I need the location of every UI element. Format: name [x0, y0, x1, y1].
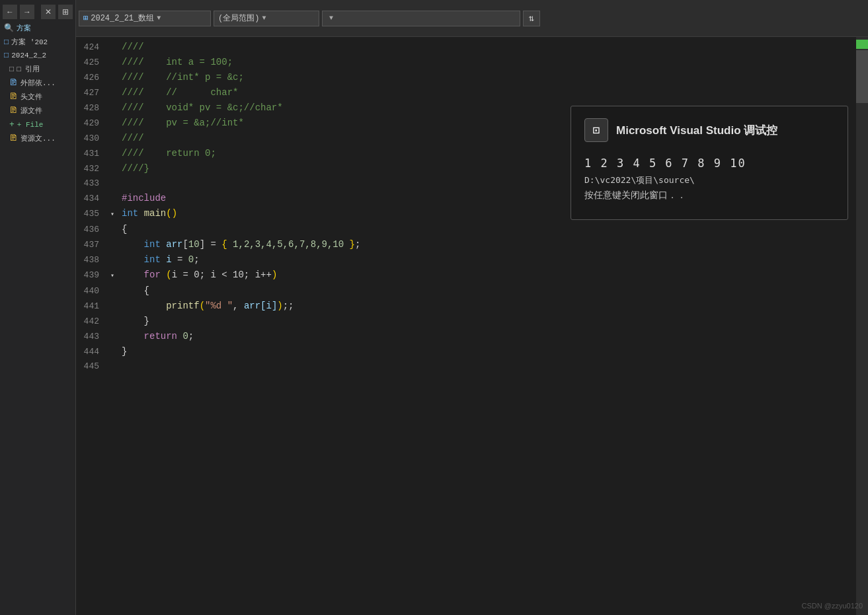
resources-icon: 🖹: [9, 133, 18, 143]
line-content: int i = 0;: [119, 252, 856, 267]
sidebar-item-project[interactable]: □ 2024_2_2: [0, 49, 75, 62]
close-panel-button[interactable]: ✕: [41, 5, 56, 19]
code-line-443: 443 return 0;: [76, 329, 856, 344]
console-popup-header: ⊡ Microsoft Visual Studio 调试控: [584, 118, 834, 142]
sidebar-item-add-file[interactable]: + + File: [0, 118, 75, 131]
line-number: 430: [76, 131, 106, 146]
sidebar-item-external-deps[interactable]: 🖹 外部依...: [0, 76, 75, 90]
code-line-425: 425//// int a = 100;: [76, 55, 856, 70]
code-line-438: 438 int i = 0;: [76, 252, 856, 268]
member-dropdown[interactable]: ▼: [322, 11, 520, 26]
console-output: 1 2 3 4 5 6 7 8 9 10 D:\vc2022\项目\source…: [584, 154, 834, 203]
headers-icon: 🖹: [9, 92, 18, 102]
code-line-437: 437 int arr[10] = { 1,2,3,4,5,6,7,8,9,10…: [76, 237, 856, 252]
line-number: 437: [76, 238, 106, 252]
references-icon: □: [9, 65, 14, 74]
scope-dropdown-arrow: ▼: [262, 15, 266, 22]
sidebar-top-bar: ← → ✕ ⊞: [0, 3, 75, 21]
add-file-icon: +: [9, 120, 15, 129]
line-content: return 0;: [119, 329, 856, 344]
project-dropdown-arrow: ▼: [157, 15, 161, 22]
scrollbar-thumb[interactable]: [856, 50, 868, 103]
sidebar: ← → ✕ ⊞ 🔍 方案 □ 方案 '202 □ 2024_2_2 □ □ 引用…: [0, 0, 76, 615]
line-content: printf("%d ", arr[i]);;: [119, 299, 856, 313]
line-content: {: [119, 283, 856, 298]
pin-button[interactable]: ⊞: [58, 5, 73, 19]
line-number: 427: [76, 86, 106, 100]
sidebar-search-label: 方案: [17, 23, 31, 33]
code-line-427: 427//// // char*: [76, 85, 856, 100]
line-number: 444: [76, 345, 106, 359]
sidebar-item-external-deps-label: 外部依...: [20, 78, 56, 88]
nav-up-down-button[interactable]: ⇅: [523, 11, 540, 26]
sidebar-item-references[interactable]: □ □ 引用: [0, 62, 75, 76]
line-number: 431: [76, 147, 106, 161]
project-icon: □: [4, 51, 9, 60]
scope-dropdown-label: (全局范围): [218, 13, 259, 24]
line-number: 433: [76, 176, 106, 191]
line-number: 425: [76, 55, 106, 70]
line-content: }: [119, 314, 856, 328]
line-number: 429: [76, 116, 106, 131]
collapse-arrow[interactable]: ▾: [110, 269, 114, 283]
line-number: 445: [76, 359, 106, 374]
line-number: 426: [76, 71, 106, 85]
nav-fwd-button[interactable]: →: [20, 5, 34, 19]
solution-icon: □: [4, 38, 9, 47]
line-number: 432: [76, 162, 106, 176]
console-icon: ⊡: [584, 118, 608, 142]
project-dropdown-icon: ⊞: [83, 13, 88, 23]
code-line-444: 444}: [76, 344, 856, 359]
line-content: int arr[10] = { 1,2,3,4,5,6,7,8,9,10 };: [119, 237, 856, 252]
line-content: //// //int* p = &c;: [119, 70, 856, 85]
code-line-445: 445: [76, 359, 856, 374]
console-title: Microsoft Visual Studio 调试控: [616, 123, 777, 138]
scope-dropdown[interactable]: (全局范围) ▼: [214, 11, 319, 26]
scrollbar-right[interactable]: [856, 37, 868, 615]
sidebar-item-sources[interactable]: 🖹 源文件: [0, 104, 75, 118]
code-line-424: 424////: [76, 40, 856, 55]
line-gutter: ▾: [106, 207, 119, 222]
code-line-440: 440 {: [76, 283, 856, 299]
line-number: 435: [76, 207, 106, 221]
sidebar-item-sources-label: 源文件: [20, 106, 42, 116]
console-numbers: 1 2 3 4 5 6 7 8 9 10: [584, 154, 834, 173]
search-icon: 🔍: [4, 23, 14, 33]
line-number: 441: [76, 299, 106, 314]
console-popup: ⊡ Microsoft Visual Studio 调试控 1 2 3 4 5 …: [571, 106, 848, 220]
project-dropdown-label: 2024_2_21_数组: [91, 13, 154, 24]
sidebar-item-resources[interactable]: 🖹 资源文...: [0, 131, 75, 145]
csdn-watermark: CSDN @zzyu0120: [802, 602, 863, 610]
sidebar-item-solution-label: 方案 '202: [11, 37, 48, 47]
sidebar-item-references-label: □ 引用: [17, 64, 40, 74]
code-line-441: 441 printf("%d ", arr[i]);;: [76, 299, 856, 314]
line-number: 428: [76, 101, 106, 116]
line-number: 439: [76, 268, 106, 283]
line-gutter: ▾: [106, 269, 119, 283]
sidebar-item-add-file-label: + File: [17, 121, 44, 129]
line-content: for (i = 0; i < 10; i++): [119, 268, 856, 282]
line-number: 424: [76, 40, 106, 55]
sidebar-item-resources-label: 资源文...: [20, 133, 56, 143]
line-number: 436: [76, 223, 106, 237]
top-toolbar: ⊞ 2024_2_21_数组 ▼ (全局范围) ▼ ▼ ⇅: [76, 0, 868, 37]
console-close-msg: 按任意键关闭此窗口．．: [584, 188, 834, 203]
line-content: ////: [119, 40, 856, 54]
sidebar-item-headers-label: 头文件: [20, 92, 42, 102]
collapse-arrow[interactable]: ▾: [110, 207, 114, 222]
console-path: D:\vc2022\项目\source\: [584, 173, 834, 188]
sidebar-item-project-label: 2024_2_2: [11, 52, 46, 59]
line-content: }: [119, 344, 856, 359]
external-deps-icon: 🖹: [9, 78, 18, 88]
code-line-442: 442 }: [76, 314, 856, 329]
line-number: 443: [76, 330, 106, 344]
sidebar-item-headers[interactable]: 🖹 头文件: [0, 90, 75, 104]
project-dropdown[interactable]: ⊞ 2024_2_21_数组 ▼: [79, 11, 211, 26]
line-number: 442: [76, 314, 106, 329]
sidebar-search-row[interactable]: 🔍 方案: [0, 21, 75, 35]
sidebar-item-solution[interactable]: □ 方案 '202: [0, 35, 75, 49]
code-line-439: 439▾ for (i = 0; i < 10; i++): [76, 268, 856, 283]
code-line-436: 436{: [76, 222, 856, 237]
line-number: 434: [76, 192, 106, 206]
nav-back-button[interactable]: ←: [3, 5, 17, 19]
